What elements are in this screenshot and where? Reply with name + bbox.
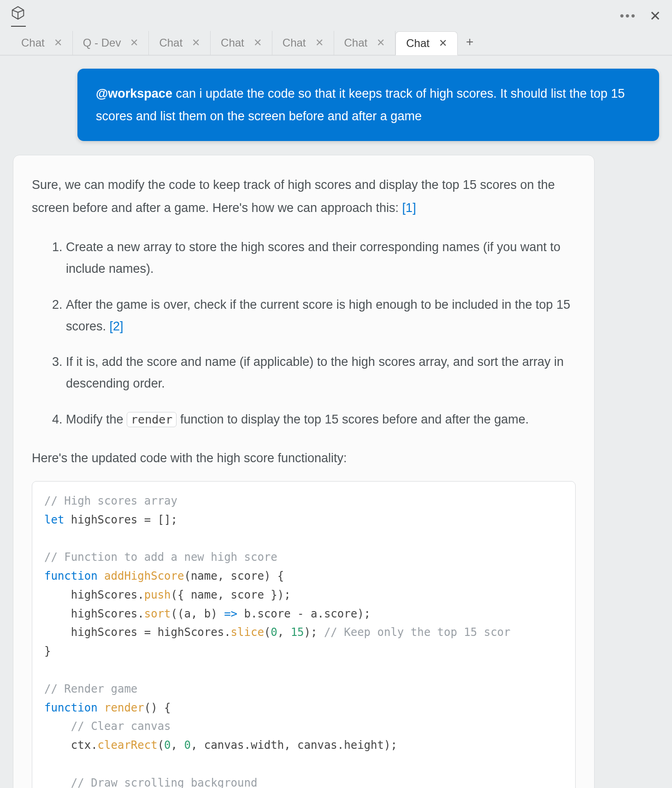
tab-label: Chat (221, 36, 244, 49)
step-item: If it is, add the score and name (if app… (66, 351, 576, 395)
titlebar-right: ••• ✕ (620, 8, 661, 24)
step-item: After the game is over, check if the cur… (66, 294, 576, 338)
tab-close-icon[interactable]: ✕ (130, 37, 138, 49)
tab-chat[interactable]: Chat ✕ (11, 31, 73, 55)
tab-close-icon[interactable]: ✕ (54, 37, 62, 49)
tab-chat[interactable]: Chat ✕ (334, 31, 396, 55)
titlebar: ••• ✕ (0, 0, 672, 31)
tab-label: Chat (406, 37, 430, 50)
tab-chat[interactable]: Chat ✕ (272, 31, 334, 55)
tab-label: Chat (344, 36, 368, 49)
tab-label: Chat (21, 36, 45, 49)
chat-content: @workspace can i update the code so that… (0, 55, 672, 788)
hexagon-logo-icon (11, 6, 25, 20)
tab-add-button[interactable]: + (458, 29, 482, 55)
user-message: @workspace can i update the code so that… (77, 69, 659, 141)
chat-window: ••• ✕ Chat ✕ Q - Dev ✕ Chat ✕ Chat ✕ Cha… (0, 0, 672, 788)
tab-label: Chat (283, 36, 306, 49)
workspace-mention: @workspace (96, 87, 172, 100)
citation-link-2[interactable]: [2] (110, 319, 124, 333)
tab-bar: Chat ✕ Q - Dev ✕ Chat ✕ Chat ✕ Chat ✕ Ch… (0, 31, 672, 55)
tab-label: Chat (159, 36, 183, 49)
tab-close-icon[interactable]: ✕ (377, 37, 385, 49)
assistant-intro: Sure, we can modify the code to keep tra… (32, 174, 576, 220)
step-item: Modify the render function to display th… (66, 409, 576, 430)
more-menu-icon[interactable]: ••• (620, 9, 637, 23)
app-logo[interactable] (11, 6, 25, 26)
window-close-icon[interactable]: ✕ (649, 8, 661, 24)
assistant-message: Sure, we can modify the code to keep tra… (13, 155, 595, 788)
tab-close-icon[interactable]: ✕ (439, 37, 447, 49)
titlebar-left (11, 6, 25, 26)
tab-chat[interactable]: Chat ✕ (149, 31, 211, 55)
inline-code: render (127, 412, 177, 427)
step-item: Create a new array to store the high sco… (66, 236, 576, 280)
tab-label: Q - Dev (83, 36, 121, 49)
tab-chat-active[interactable]: Chat ✕ (395, 31, 458, 55)
user-message-text: can i update the code so that it keeps t… (96, 87, 625, 123)
tab-chat[interactable]: Chat ✕ (211, 31, 272, 55)
tab-close-icon[interactable]: ✕ (315, 37, 324, 49)
code-block[interactable]: // High scores array let highScores = []… (32, 481, 576, 788)
code-intro: Here's the updated code with the high sc… (32, 447, 576, 470)
tab-close-icon[interactable]: ✕ (192, 37, 200, 49)
tab-q-dev[interactable]: Q - Dev ✕ (73, 31, 149, 55)
tab-close-icon[interactable]: ✕ (253, 37, 262, 49)
citation-link-1[interactable]: [1] (402, 201, 416, 215)
steps-list: Create a new array to store the high sco… (47, 236, 576, 430)
